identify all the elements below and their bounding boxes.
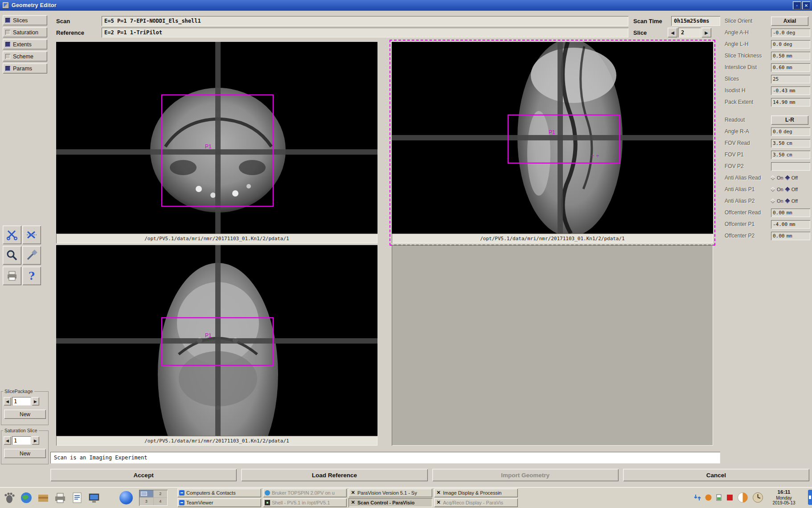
task-acq-reco-display[interactable]: ✕ Acq/Reco Display - ParaVis: [434, 498, 518, 507]
status-message-field: Scan is an Imaging Experiment: [50, 452, 720, 463]
slice-orient-button[interactable]: Axial: [771, 16, 808, 26]
saturation-slice-value-field[interactable]: 1: [12, 436, 31, 445]
load-reference-button[interactable]: Load Reference: [241, 469, 427, 481]
scan-label: Scan: [56, 18, 70, 25]
workspace-2[interactable]: 2: [154, 490, 168, 498]
pack-extent-field[interactable]: 14.90mm: [771, 98, 810, 107]
viewport-coronal[interactable]: P1: [56, 245, 377, 436]
workspace-3[interactable]: 3: [139, 498, 153, 505]
radio-on[interactable]: [770, 175, 775, 180]
task-computers-contacts[interactable]: Computers & Contacts: [177, 488, 261, 497]
slice-package-new-button[interactable]: New: [4, 410, 46, 419]
slice-package-next-button[interactable]: ▶: [32, 397, 39, 406]
cut-slices-icon[interactable]: [3, 225, 21, 244]
cancel-button[interactable]: Cancel: [623, 469, 809, 481]
offcenter-p1-field[interactable]: -4.00mm: [771, 220, 810, 229]
param-label: FOV P1: [725, 152, 771, 158]
slice-number-field[interactable]: 2: [678, 28, 701, 37]
sidebar-toggle-params[interactable]: Params: [3, 63, 47, 74]
angle-lh-field[interactable]: 0.0deg: [771, 40, 810, 49]
media-tray-icon[interactable]: [737, 492, 749, 504]
printer-launcher-icon[interactable]: [53, 491, 67, 504]
adjust-icon[interactable]: [22, 246, 41, 265]
gnome-footprint-icon[interactable]: [3, 491, 16, 504]
task-teamviewer[interactable]: TeamViewer: [177, 498, 261, 507]
reference-field[interactable]: E=2 P=1 1-TriPilot: [102, 28, 628, 37]
roi-label: P1: [549, 129, 555, 135]
isodist-h-field[interactable]: -0.43mm: [771, 86, 810, 95]
sidebar-toggle-saturation[interactable]: Saturation: [3, 27, 47, 37]
scan-field[interactable]: E=5 P=1 7-EPI-NODDI_Els_shell1: [102, 16, 628, 26]
sidebar-toggle-scheme[interactable]: Scheme: [3, 51, 47, 61]
fov-read-field[interactable]: 3.50cm: [771, 139, 810, 147]
saturation-slice-next-button[interactable]: ▶: [32, 436, 39, 445]
browser-launcher-icon[interactable]: [119, 491, 133, 504]
print-icon[interactable]: [3, 266, 21, 285]
slice-next-button[interactable]: ▶: [701, 28, 711, 37]
saturation-slice-prev-button[interactable]: ◀: [4, 436, 11, 445]
alert-tray-icon[interactable]: [726, 494, 734, 501]
angle-ah-field[interactable]: -0.0deg: [771, 29, 810, 37]
radio-off[interactable]: [785, 175, 790, 180]
radio-off[interactable]: [785, 187, 790, 192]
scissors-line-icon: [26, 229, 37, 241]
slice-package-value-field[interactable]: 1: [12, 397, 31, 406]
package-manager-icon[interactable]: [37, 491, 50, 504]
sidebar-toggle-extents[interactable]: Extents: [3, 39, 47, 49]
zoom-icon[interactable]: [3, 246, 21, 265]
scissors-icon: [6, 229, 18, 241]
network-tray-icon[interactable]: [694, 494, 701, 501]
help-icon[interactable]: ?: [22, 266, 41, 285]
task-shell[interactable]: Shell - PV5.1 in /opt/PV5.1: [263, 498, 347, 507]
workspace-1[interactable]: 1: [139, 490, 153, 498]
workspace-4[interactable]: 4: [154, 498, 168, 505]
readout-button[interactable]: L-R: [771, 115, 808, 125]
viewport-axial[interactable]: P1: [56, 42, 377, 234]
separate-slices-icon[interactable]: [22, 225, 41, 244]
viewport-sagittal[interactable]: P1 + +: [392, 42, 713, 234]
fov-p2-field[interactable]: [771, 162, 810, 171]
angle-ra-field[interactable]: 0.0deg: [771, 127, 810, 136]
web-browser-icon[interactable]: [20, 491, 33, 504]
param-row: Offcenter P1 -4.00mm: [725, 218, 810, 230]
radio-off[interactable]: [785, 198, 790, 203]
window-titlebar[interactable]: Geometry Editor ▫ ✕: [0, 0, 812, 11]
interslice-dist-field[interactable]: 0.60mm: [771, 63, 810, 72]
display-settings-icon[interactable]: [87, 491, 101, 504]
task-image-display[interactable]: ✕ Image Display & Processin: [434, 488, 518, 497]
radio-on[interactable]: [770, 187, 775, 192]
param-label: Interslice Dist: [725, 64, 771, 70]
x11-icon: ✕: [436, 500, 441, 505]
text-editor-icon[interactable]: [70, 491, 84, 504]
saturation-slice-new-button[interactable]: New: [4, 449, 46, 458]
slice-prev-button[interactable]: ◀: [668, 28, 677, 37]
task-paravision[interactable]: ✕ ParaVision Version 5.1 - Sy: [349, 488, 432, 497]
taskbar-clock[interactable]: 16:11 Monday 2019-05-13: [767, 489, 801, 505]
fov-p1-field[interactable]: 3.50cm: [771, 151, 810, 159]
slice-package-prev-button[interactable]: ◀: [4, 397, 11, 406]
accept-button[interactable]: Accept: [50, 469, 237, 481]
task-topspin[interactable]: Bruker TOPSPIN 2.0PV on u: [263, 488, 347, 497]
axial-path-bar: /opt/PV5.1/data/mri/nmr/20171103_01.Kn1/…: [56, 234, 377, 243]
clock-face-tray-icon[interactable]: [752, 492, 764, 504]
anti-alias-p2-radio-group: On Off: [771, 198, 810, 204]
roi-handle-marks[interactable]: + +: [591, 152, 599, 159]
task-scan-control[interactable]: ✕ Scan Control - ParaVisio: [349, 498, 432, 507]
battery-tray-icon[interactable]: [715, 494, 723, 501]
radio-on[interactable]: [770, 198, 775, 203]
sidebar-toggle-slices[interactable]: Slices: [3, 15, 47, 25]
param-label: Slices: [725, 76, 771, 82]
slices-count-field[interactable]: 25: [771, 75, 810, 83]
toggle-indicator: [5, 18, 10, 23]
param-label: Anti Alias P1: [725, 186, 771, 193]
close-button[interactable]: ✕: [802, 1, 810, 9]
offcenter-read-field[interactable]: 0.00mm: [771, 209, 810, 217]
offcenter-p2-field[interactable]: 0.00mm: [771, 232, 810, 240]
param-row: Isodist H -0.43mm: [725, 85, 810, 96]
toggle-label: Slices: [13, 17, 28, 24]
update-tray-icon[interactable]: [705, 494, 712, 501]
slice-thickness-field[interactable]: 0.50mm: [771, 52, 810, 60]
teamviewer-edge-widget[interactable]: [808, 490, 812, 505]
window-list: Computers & Contacts TeamViewer Bruker T…: [177, 488, 518, 507]
maximize-button[interactable]: ▫: [793, 1, 801, 9]
